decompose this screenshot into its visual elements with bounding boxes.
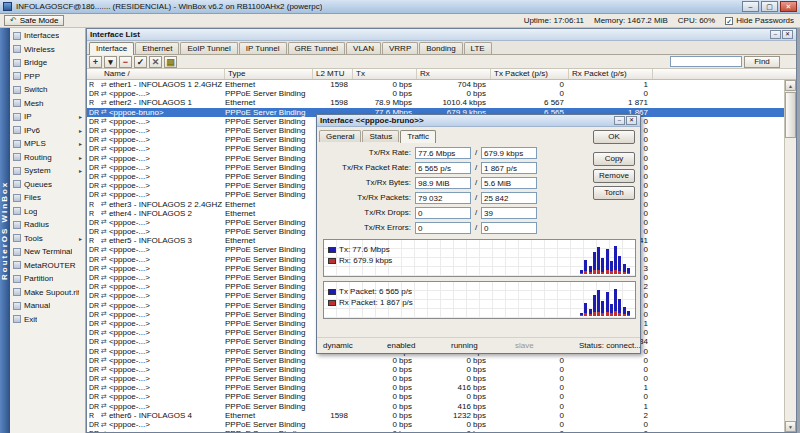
find-input[interactable] [670, 56, 742, 67]
sidebar-item-tools[interactable]: Tools ▸ [10, 232, 85, 246]
tab[interactable]: Ethernet [135, 42, 179, 54]
sidebar-item-new-terminal[interactable]: New Terminal [10, 245, 85, 259]
rx-value-field[interactable]: 25 842 [481, 192, 537, 204]
tab[interactable]: LTE [464, 42, 492, 54]
interface-row[interactable]: DR ⇄<pppoe-...> PPPoE Server Binding 0 b… [87, 392, 784, 401]
interface-row[interactable]: DR ⇄<pppoe-...> PPPoE Server Binding 0 b… [87, 420, 784, 429]
column-header[interactable]: Tx [353, 69, 417, 79]
tx-value-field[interactable]: 98.9 MiB [415, 177, 471, 189]
column-header[interactable]: Type [225, 69, 313, 79]
sidebar-item-system[interactable]: System ▸ [10, 164, 85, 178]
scroll-down-icon[interactable]: ▼ [785, 421, 796, 432]
sidebar-item-files[interactable]: Files [10, 191, 85, 205]
remove-icon[interactable]: − [119, 56, 132, 68]
sidebar-item-mesh[interactable]: Mesh [10, 97, 85, 111]
sidebar-item-partition[interactable]: Partition [10, 272, 85, 286]
sidebar-item-switch[interactable]: Switch [10, 83, 85, 97]
rx-value-field[interactable]: 39 [481, 207, 537, 219]
interface-row[interactable]: R ⇄ether1 - INFOLAGOS 1 2.4GHZ Ethernet … [87, 80, 784, 89]
close-icon[interactable]: ✕ [780, 1, 797, 12]
interface-row[interactable]: DR ⇄<pppoe-...> PPPoE Server Binding 0 b… [87, 365, 784, 374]
tx-value-field[interactable]: 79 032 [415, 192, 471, 204]
window-minimize-icon[interactable]: – [770, 30, 781, 39]
column-header[interactable]: Rx [417, 69, 491, 79]
sidebar-item-metarouter[interactable]: MetaROUTER [10, 259, 85, 273]
find-button[interactable]: Find [744, 56, 780, 68]
tx-value-field[interactable]: 77.6 Mbps [415, 147, 471, 159]
sidebar-item-ppp[interactable]: PPP [10, 70, 85, 84]
add-dropdown-icon[interactable]: ▾ [104, 56, 117, 68]
traffic-field-row: Tx/Rx Drops: 0 / 39 [323, 205, 555, 220]
tab[interactable]: EoIP Tunnel [180, 42, 237, 54]
vertical-scrollbar[interactable]: ▲ ▼ [784, 80, 796, 432]
row-name: ⇄<pppoe-...> [101, 402, 225, 411]
sidebar-item-queues[interactable]: Queues [10, 178, 85, 192]
enable-icon[interactable]: ✓ [134, 56, 147, 68]
rx-value-field[interactable]: 5.6 MiB [481, 177, 537, 189]
hide-passwords-checkbox[interactable]: ✓ Hide Passwords [725, 16, 794, 25]
maximize-icon[interactable]: ▢ [761, 1, 778, 12]
comment-icon[interactable]: ▤ [164, 56, 177, 68]
interface-dialog: Interface <<pppoe-bruno>> – ✕ General St… [316, 114, 641, 354]
interface-row[interactable]: DR ⇄<pppoe-...> PPPoE Server Binding 0 b… [87, 374, 784, 383]
interface-row[interactable]: DR ⇄<pppoe-...> PPPoE Server Binding 0 b… [87, 429, 784, 432]
interface-row[interactable]: R ⇄ether6 - INFOLAGOS 4 Ethernet 1598 0 … [87, 411, 784, 420]
tx-value-field[interactable]: 6 565 p/s [415, 162, 471, 174]
interface-row[interactable]: R ⇄ether2 - INFOLAGOS 1 Ethernet 1598 78… [87, 98, 784, 107]
sidebar-item-manual[interactable]: Manual [10, 299, 85, 313]
sidebar-item-routing[interactable]: Routing ▸ [10, 151, 85, 165]
ok-button[interactable]: OK [593, 130, 635, 144]
tab[interactable]: VLAN [346, 42, 381, 54]
rx-value-field[interactable]: 1 867 p/s [481, 162, 537, 174]
sidebar-item-interfaces[interactable]: Interfaces [10, 29, 85, 43]
safe-mode-button[interactable]: ↶ Safe Mode [4, 15, 64, 26]
minimize-icon[interactable]: – [742, 1, 759, 12]
interface-list-window: Interface List – ✕ Interface Ethernet Eo… [86, 28, 797, 433]
rx-value-field[interactable]: 679.9 kbps [481, 147, 537, 159]
column-header[interactable]: Rx Packet (p/s) [569, 69, 653, 79]
interface-row[interactable]: DR ⇄<pppoe-...> PPPoE Server Binding 0 b… [87, 89, 784, 98]
dialog-tab[interactable]: Traffic [400, 130, 436, 143]
scroll-up-icon[interactable]: ▲ [785, 80, 796, 91]
scrollbar-thumb[interactable] [785, 92, 796, 138]
window-close-icon[interactable]: ✕ [782, 30, 793, 39]
row-name: ⇄<pppoe-...> [101, 291, 225, 300]
bridge-icon [13, 59, 21, 67]
row-rx: 0 bps [417, 374, 491, 383]
add-icon[interactable]: + [89, 56, 102, 68]
row-name: ⇄<pppoe-...> [101, 190, 225, 199]
sidebar-item-ip[interactable]: IP ▸ [10, 110, 85, 124]
interface-row[interactable]: DR ⇄<pppoe-...> PPPoE Server Binding 0 b… [87, 356, 784, 365]
column-header[interactable]: L2 MTU [313, 69, 353, 79]
column-header[interactable]: Tx Packet (p/s) [491, 69, 569, 79]
dialog-tab[interactable]: Status [362, 130, 399, 142]
tab[interactable]: IP Tunnel [239, 42, 287, 54]
dialog-tab[interactable]: General [319, 130, 361, 142]
tab[interactable]: Bonding [419, 42, 462, 54]
torch-button[interactable]: Torch [593, 186, 635, 200]
rx-value-field[interactable]: 0 [481, 222, 537, 234]
traffic-fields: Tx/Rx Rate: 77.6 Mbps / 679.9 kbps Tx/Rx… [323, 145, 555, 235]
copy-button[interactable]: Copy [593, 152, 635, 166]
sidebar-item-exit[interactable]: Exit [10, 313, 85, 327]
row-l2mtu: 1598 [313, 80, 353, 89]
sidebar-item-ipv6[interactable]: IPv6 ▸ [10, 124, 85, 138]
sidebar-item-make-supout[interactable]: Make Supout.rif [10, 286, 85, 300]
remove-button[interactable]: Remove [593, 169, 635, 183]
row-type: PPPoE Server Binding [225, 273, 313, 282]
row-rx: 0 bps [417, 356, 491, 365]
tab[interactable]: GRE Tunnel [288, 42, 346, 54]
sidebar-item-bridge[interactable]: Bridge [10, 56, 85, 70]
column-header[interactable]: Name / [101, 69, 225, 79]
interface-row[interactable]: DR ⇄<pppoe-...> PPPoE Server Binding 0 b… [87, 402, 784, 411]
interface-row[interactable]: DR ⇄<pppoe-...> PPPoE Server Binding 0 b… [87, 383, 784, 392]
sidebar-item-wireless[interactable]: Wireless [10, 43, 85, 57]
tx-value-field[interactable]: 0 [415, 222, 471, 234]
tab[interactable]: VRRP [382, 42, 418, 54]
sidebar-item-log[interactable]: Log [10, 205, 85, 219]
sidebar-item-mpls[interactable]: MPLS ▸ [10, 137, 85, 151]
tx-value-field[interactable]: 0 [415, 207, 471, 219]
tab[interactable]: Interface [89, 42, 134, 55]
sidebar-item-radius[interactable]: Radius [10, 218, 85, 232]
disable-icon[interactable]: ✕ [149, 56, 162, 68]
